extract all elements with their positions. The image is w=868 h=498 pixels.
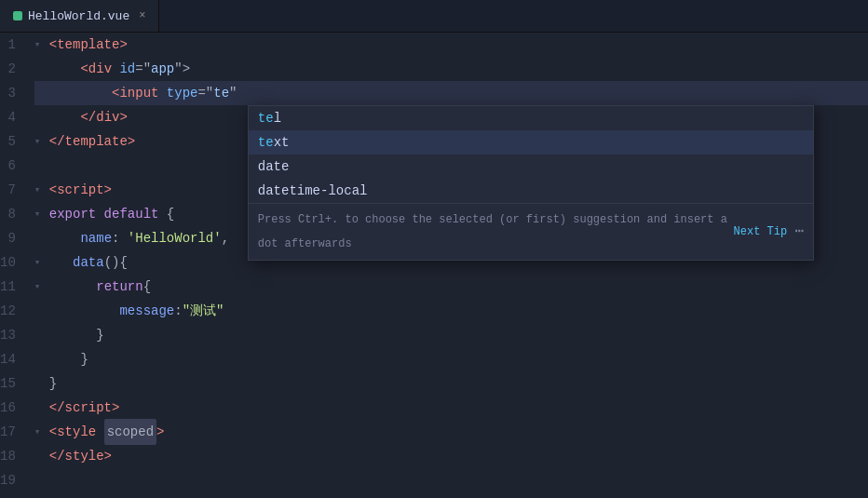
line-num-14: 14 — [0, 347, 25, 371]
fold-arrow-15 — [34, 371, 49, 396]
code-line-1: ▾ <template> — [34, 33, 868, 57]
code-line-14: } — [34, 347, 868, 371]
code-line-17: ▾ <style scoped > — [34, 420, 868, 444]
fold-arrow-2 — [34, 57, 49, 81]
line-num-18: 18 — [0, 444, 25, 468]
fold-arrow-8[interactable]: ▾ — [34, 202, 49, 226]
fold-arrow-12 — [34, 299, 49, 323]
code-line-16: </script> — [34, 396, 868, 420]
code-area: 1 2 3 4 5 6 7 8 9 10 11 12 13 14 15 16 1… — [0, 33, 868, 498]
line-num-13: 13 — [0, 323, 25, 347]
editor: 1 2 3 4 5 6 7 8 9 10 11 12 13 14 15 16 1… — [0, 33, 868, 498]
file-tab[interactable]: HelloWorld.vue × — [0, 0, 159, 32]
autocomplete-next-tip[interactable]: Next Tip — [734, 220, 788, 244]
code-content[interactable]: ▾ <template> <div id =" app "> <input — [25, 33, 868, 498]
scoped-badge: scoped — [104, 419, 156, 445]
code-line-12: message : "测试" — [34, 299, 868, 323]
line-num-17: 17 — [0, 420, 25, 444]
autocomplete-hint-text: Press Ctrl+. to choose the selected (or … — [258, 208, 728, 256]
line-num-6: 6 — [0, 154, 25, 178]
line-num-1: 1 — [0, 33, 25, 57]
fold-arrow-1[interactable]: ▾ — [34, 33, 49, 57]
line-num-11: 11 — [0, 275, 25, 299]
code-line-13: } — [34, 323, 868, 347]
line-num-8: 8 — [0, 202, 25, 226]
line-num-12: 12 — [0, 299, 25, 323]
autocomplete-item-text[interactable]: text — [249, 130, 813, 155]
fold-arrow-14 — [34, 347, 49, 371]
autocomplete-item-tel[interactable]: tel — [249, 106, 813, 130]
line-numbers: 1 2 3 4 5 6 7 8 9 10 11 12 13 14 15 16 1… — [0, 33, 25, 498]
line-num-9: 9 — [0, 226, 25, 250]
tab-close-button[interactable]: × — [139, 9, 145, 22]
fold-arrow-10[interactable]: ▾ — [34, 250, 49, 275]
fold-arrow-7[interactable]: ▾ — [34, 178, 49, 202]
code-line-15: } — [34, 371, 868, 396]
code-line-3: <input type =" te " — [34, 81, 868, 105]
line-num-2: 2 — [0, 57, 25, 81]
line-num-19: 19 — [0, 468, 25, 492]
fold-arrow-9 — [34, 226, 49, 250]
fold-arrow-6 — [34, 154, 49, 178]
code-line-2: <div id =" app "> — [34, 57, 868, 81]
autocomplete-item-datetime-local[interactable]: datetime-local — [249, 179, 813, 203]
line-num-16: 16 — [0, 396, 25, 420]
fold-arrow-17[interactable]: ▾ — [34, 420, 49, 444]
vue-file-icon — [13, 11, 22, 20]
fold-arrow-4 — [34, 105, 49, 129]
fold-arrow-5[interactable]: ▾ — [34, 129, 49, 154]
line-num-5: 5 — [0, 129, 25, 154]
autocomplete-hint: Press Ctrl+. to choose the selected (or … — [249, 203, 813, 260]
autocomplete-item-date[interactable]: date — [249, 155, 813, 179]
fold-arrow-11[interactable]: ▾ — [34, 275, 49, 299]
line-num-7: 7 — [0, 178, 25, 202]
code-line-19 — [34, 468, 868, 492]
code-line-18: </style> — [34, 444, 868, 468]
code-line-11: ▾ return { — [34, 275, 868, 299]
tab-bar: HelloWorld.vue × — [0, 0, 868, 33]
autocomplete-dropdown: tel text date datetime-local Press Ctrl+… — [248, 105, 814, 261]
tab-filename: HelloWorld.vue — [28, 9, 129, 23]
line-num-15: 15 — [0, 371, 25, 396]
fold-arrow-13 — [34, 323, 49, 347]
autocomplete-more-button[interactable]: ⋯ — [794, 220, 804, 244]
line-num-4: 4 — [0, 105, 25, 129]
fold-arrow-16 — [34, 396, 49, 420]
fold-arrow-3 — [34, 81, 49, 105]
line-num-10: 10 — [0, 250, 25, 275]
line-num-3: 3 — [0, 81, 25, 105]
fold-arrow-18 — [34, 444, 49, 468]
fold-arrow-19 — [34, 468, 49, 492]
